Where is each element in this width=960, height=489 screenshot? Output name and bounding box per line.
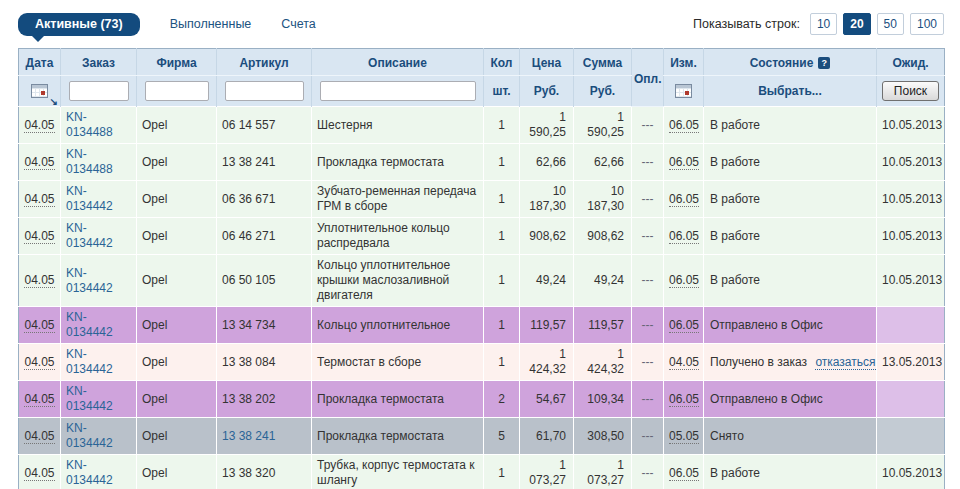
- rows-per-page-option-100[interactable]: 100: [910, 13, 944, 35]
- description-cell: Уплотнительное кольцо распредвала: [312, 218, 484, 255]
- price-cell: 61,70: [520, 418, 574, 455]
- status-help-icon[interactable]: ?: [818, 57, 830, 69]
- firm-cell: Opel: [137, 307, 217, 344]
- paid-cell: ---: [632, 418, 664, 455]
- price-cell: 1 424,32: [520, 344, 574, 381]
- order-number-link[interactable]: KN-0134442: [66, 310, 113, 339]
- tab-completed-orders[interactable]: Выполненные: [170, 17, 252, 31]
- changed-date-link[interactable]: 05.05: [669, 429, 699, 444]
- wait-date-cell: 13.05.2013: [877, 344, 945, 381]
- changed-filter-calendar-icon[interactable]: [675, 84, 692, 98]
- wait-date-cell: 10.05.2013: [877, 255, 945, 307]
- order-number-link[interactable]: KN-0134442: [66, 266, 113, 295]
- changed-date-link[interactable]: 06.05: [669, 192, 699, 207]
- orders-table: Дата Заказ Фирма Артикул Описание Кол Це…: [18, 48, 945, 489]
- order-date-link[interactable]: 04.05: [24, 392, 54, 407]
- order-date-link[interactable]: 04.05: [24, 429, 54, 444]
- sort-direction-icon[interactable]: ↘: [50, 96, 58, 107]
- status-refuse-link[interactable]: отказаться: [815, 355, 875, 370]
- quantity-cell: 1: [484, 107, 520, 144]
- order-date-link[interactable]: 04.05: [24, 155, 54, 170]
- search-button[interactable]: Поиск: [882, 81, 939, 101]
- description-filter-input[interactable]: [320, 81, 476, 101]
- sum-cell: 908,62: [574, 218, 632, 255]
- changed-cell: 06.05: [664, 181, 704, 218]
- header-firm[interactable]: Фирма: [137, 49, 217, 76]
- changed-date-link[interactable]: 06.05: [669, 318, 699, 333]
- wait-date-cell: [877, 307, 945, 344]
- order-filter-input[interactable]: [69, 81, 129, 101]
- header-price: Цена: [520, 49, 574, 76]
- description-cell: Кольцо уплотнительное: [312, 307, 484, 344]
- status-text: Отправлено в Офис: [710, 392, 823, 406]
- changed-cell: 06.05: [664, 255, 704, 307]
- wait-date-cell: 10.05.2013: [877, 107, 945, 144]
- header-description[interactable]: Описание: [312, 49, 484, 76]
- article-cell: 13 38 241: [217, 418, 312, 455]
- sum-cell: 10 187,30: [574, 181, 632, 218]
- order-number-link[interactable]: KN-0134442: [66, 347, 113, 376]
- order-date-link[interactable]: 04.05: [24, 466, 54, 481]
- description-cell: Термостат в сборе: [312, 344, 484, 381]
- firm-filter-input[interactable]: [145, 81, 209, 101]
- paid-cell: ---: [632, 307, 664, 344]
- order-date-cell: 04.05: [19, 255, 61, 307]
- changed-cell: 06.05: [664, 381, 704, 418]
- order-number-link[interactable]: KN-0134442: [66, 184, 113, 213]
- paid-cell: ---: [632, 107, 664, 144]
- order-date-link[interactable]: 04.05: [24, 192, 54, 207]
- order-date-link[interactable]: 04.05: [24, 229, 54, 244]
- sum-cell: 1 590,25: [574, 107, 632, 144]
- order-number-link[interactable]: KN-0134442: [66, 384, 113, 413]
- changed-date-link[interactable]: 06.05: [669, 392, 699, 407]
- order-date-cell: 04.05: [19, 144, 61, 181]
- changed-date-link[interactable]: 04.05: [669, 355, 699, 370]
- article-filter-input[interactable]: [225, 81, 304, 101]
- header-status-label: Состояние: [750, 56, 814, 70]
- status-text: Получено в заказ: [710, 355, 807, 369]
- status-select-dropdown[interactable]: Выбрать...: [758, 84, 822, 98]
- sum-cell: 1 424,32: [574, 344, 632, 381]
- header-date[interactable]: Дата: [19, 49, 61, 76]
- status-cell: Отправлено в Офис: [704, 381, 877, 418]
- order-number-link[interactable]: KN-0134488: [66, 110, 113, 139]
- header-article[interactable]: Артикул: [217, 49, 312, 76]
- order-number-link[interactable]: KN-0134442: [66, 221, 113, 250]
- tab-invoices[interactable]: Счета: [281, 17, 315, 31]
- order-number-link[interactable]: KN-0134488: [66, 147, 113, 176]
- changed-date-link[interactable]: 06.05: [669, 118, 699, 133]
- table-row: 04.05 KN-0134442 Opel 06 36 671 Зубчато-…: [19, 181, 945, 218]
- orders-page: Активные (73) Выполненные Счета Показыва…: [0, 0, 960, 489]
- firm-cell: Opel: [137, 181, 217, 218]
- changed-date-link[interactable]: 06.05: [669, 155, 699, 170]
- status-text: В работе: [710, 229, 760, 243]
- order-number-link[interactable]: KN-0134442: [66, 458, 113, 487]
- order-date-link[interactable]: 04.05: [24, 118, 54, 133]
- status-cell: Снято: [704, 418, 877, 455]
- firm-cell: Opel: [137, 344, 217, 381]
- firm-cell: Opel: [137, 455, 217, 489]
- wait-date-cell: [877, 418, 945, 455]
- rows-per-page-option-10[interactable]: 10: [810, 13, 837, 35]
- header-status: Состояние?: [704, 49, 877, 76]
- rows-per-page-label: Показывать строк:: [693, 17, 800, 31]
- article-cell: 13 38 202: [217, 381, 312, 418]
- changed-date-link[interactable]: 06.05: [669, 466, 699, 481]
- order-number-link[interactable]: KN-0134442: [66, 421, 113, 450]
- wait-date-cell: 10.05.2013: [877, 218, 945, 255]
- rows-per-page-option-20[interactable]: 20: [843, 13, 870, 35]
- order-date-link[interactable]: 04.05: [24, 355, 54, 370]
- quantity-cell: 1: [484, 344, 520, 381]
- order-date-link[interactable]: 04.05: [24, 318, 54, 333]
- tab-active-orders[interactable]: Активные (73): [18, 13, 140, 36]
- date-filter-calendar-icon[interactable]: [31, 84, 48, 98]
- paid-value: ---: [642, 155, 654, 169]
- rows-per-page-option-50[interactable]: 50: [877, 13, 904, 35]
- table-row: 04.05 KN-0134442 Opel 13 34 734 Кольцо у…: [19, 307, 945, 344]
- quantity-cell: 1: [484, 307, 520, 344]
- changed-date-link[interactable]: 06.05: [669, 273, 699, 288]
- order-date-link[interactable]: 04.05: [24, 273, 54, 288]
- header-order[interactable]: Заказ: [61, 49, 137, 76]
- paid-cell: ---: [632, 381, 664, 418]
- changed-date-link[interactable]: 06.05: [669, 229, 699, 244]
